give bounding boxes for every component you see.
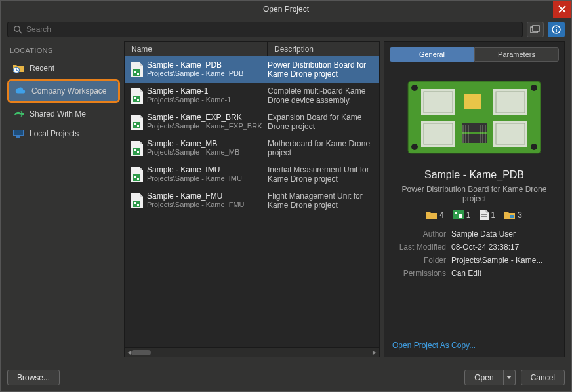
svg-rect-11 — [134, 71, 136, 73]
project-row[interactable]: Sample - Kame_EXP_BRKProjects\Sample - K… — [125, 109, 379, 135]
project-name: Sample - Kame_FMU — [147, 191, 262, 201]
stat-doc: 1 — [480, 210, 496, 220]
project-name: Sample - Kame_IMU — [147, 165, 262, 174]
svg-rect-18 — [137, 125, 139, 127]
svg-rect-56 — [510, 215, 514, 218]
dialog-body: LOCATIONS Recent Company Workspace — [1, 41, 571, 364]
tab-general[interactable]: General — [390, 47, 474, 62]
detail-tabs: General Parameters — [384, 42, 564, 67]
list-header: Name Description — [125, 42, 379, 56]
pcb-icon — [453, 210, 464, 219]
search-icon — [13, 25, 22, 34]
share-arrow-icon — [12, 109, 24, 119]
project-description: Power Distribution Board for Kame Drone … — [268, 60, 377, 79]
svg-point-30 — [411, 85, 418, 91]
open-project-as-copy-link[interactable]: Open Project As Copy... — [392, 341, 476, 350]
svg-rect-13 — [133, 96, 140, 102]
project-row[interactable]: Sample - Kame-1Projects\Sample - Kame-1C… — [125, 83, 379, 109]
cancel-button[interactable]: Cancel — [521, 370, 565, 385]
svg-rect-12 — [137, 73, 139, 75]
project-row[interactable]: Sample - Kame_FMUProjects\Sample - Kame_… — [125, 187, 379, 214]
scroll-thumb[interactable] — [131, 350, 151, 355]
location-highlight-frame: Company Workspace — [7, 79, 120, 103]
open-button-group: Open — [464, 370, 515, 385]
column-name[interactable]: Name — [125, 42, 268, 56]
browse-button[interactable]: Browse... — [7, 370, 60, 385]
svg-rect-15 — [137, 99, 139, 101]
tab-parameters[interactable]: Parameters — [474, 47, 559, 62]
search-box[interactable] — [7, 22, 523, 37]
open-dropdown-button[interactable] — [504, 370, 516, 385]
multiwindow-icon — [530, 25, 541, 34]
detail-meta: AuthorSample Data UserLast Modified08-Oc… — [384, 227, 564, 280]
svg-rect-36 — [493, 89, 527, 115]
stat-layers: 3 — [504, 210, 522, 220]
svg-point-0 — [14, 26, 20, 31]
list-body: Sample - Kame_PDBProjects\Sample - Kame_… — [125, 56, 379, 347]
info-button[interactable] — [548, 22, 565, 37]
locations-panel: LOCATIONS Recent Company Workspace — [7, 41, 120, 357]
svg-rect-17 — [134, 123, 136, 125]
open-button[interactable]: Open — [464, 370, 503, 385]
location-recent[interactable]: Recent — [7, 58, 120, 78]
meta-value: Sample Data User — [451, 229, 556, 239]
svg-point-32 — [411, 144, 418, 150]
titlebar: Open Project — [1, 1, 571, 18]
detail-subtitle: Power Distribution Board for Kame Drone … — [384, 181, 564, 210]
project-description: Motherboard for Kame Drone project — [268, 139, 377, 157]
folder-icon — [426, 210, 437, 219]
svg-point-31 — [531, 85, 537, 91]
board-preview — [384, 67, 564, 169]
project-file-icon — [127, 60, 147, 79]
location-shared-with-me[interactable]: Shared With Me — [7, 104, 120, 124]
detail-title: Sample - Kame_PDB — [384, 169, 564, 181]
pcb-preview-image — [405, 75, 543, 160]
svg-point-33 — [531, 144, 537, 150]
open-as-copy-row: Open Project As Copy... — [384, 334, 564, 357]
svg-rect-25 — [133, 201, 140, 207]
close-button[interactable] — [553, 1, 571, 18]
locations-label: LOCATIONS — [7, 41, 120, 58]
multiwindow-button[interactable] — [527, 22, 544, 37]
meta-key: Last Modified — [392, 243, 451, 252]
svg-rect-19 — [133, 148, 140, 155]
meta-row: Last Modified08-Oct-24 23:38:17 — [392, 241, 556, 254]
location-company-workspace[interactable]: Company Workspace — [9, 81, 118, 101]
svg-rect-55 — [481, 216, 487, 217]
detail-stats: 4 1 1 3 — [384, 210, 564, 227]
meta-value: Projects\Sample - Kame... — [451, 256, 556, 265]
project-path: Projects\Sample - Kame_EXP_BRK — [147, 122, 262, 130]
svg-rect-42 — [464, 94, 481, 109]
project-row[interactable]: Sample - Kame_IMUProjects\Sample - Kame_… — [125, 161, 379, 187]
project-description: Inertial Measurement Unit for Kame Drone… — [268, 165, 377, 184]
project-row[interactable]: Sample - Kame_PDBProjects\Sample - Kame_… — [125, 56, 379, 83]
project-description: Complete multi-board Kame Drone device a… — [268, 87, 377, 105]
svg-rect-52 — [455, 212, 457, 214]
svg-rect-10 — [133, 69, 140, 76]
svg-rect-21 — [137, 151, 139, 153]
search-input[interactable] — [26, 25, 517, 34]
svg-rect-40 — [493, 121, 527, 147]
svg-rect-9 — [16, 136, 20, 138]
project-row[interactable]: Sample - Kame_MBProjects\Sample - Kame_M… — [125, 135, 379, 161]
project-path: Projects\Sample - Kame_PDB — [147, 69, 262, 77]
stat-folder: 4 — [426, 210, 444, 220]
project-file-icon — [127, 191, 147, 210]
doc-icon — [480, 210, 489, 220]
svg-rect-27 — [137, 204, 139, 206]
meta-row: PermissionsCan Edit — [392, 267, 556, 280]
horizontal-scrollbar[interactable]: ◄ ► — [125, 347, 379, 357]
location-local-projects[interactable]: Local Projects — [7, 124, 120, 144]
svg-rect-34 — [421, 89, 455, 115]
project-description: Expansion Board for Kame Drone project — [268, 113, 377, 131]
svg-rect-23 — [134, 176, 136, 178]
meta-row: FolderProjects\Sample - Kame... — [392, 254, 556, 267]
project-path: Projects\Sample - Kame-1 — [147, 96, 262, 104]
svg-rect-20 — [134, 149, 136, 151]
svg-rect-24 — [137, 178, 139, 180]
project-name-cell: Sample - Kame_FMUProjects\Sample - Kame_… — [147, 191, 268, 208]
column-description[interactable]: Description — [268, 42, 379, 56]
svg-rect-26 — [134, 202, 136, 204]
svg-rect-22 — [133, 174, 140, 181]
close-icon — [558, 5, 566, 13]
